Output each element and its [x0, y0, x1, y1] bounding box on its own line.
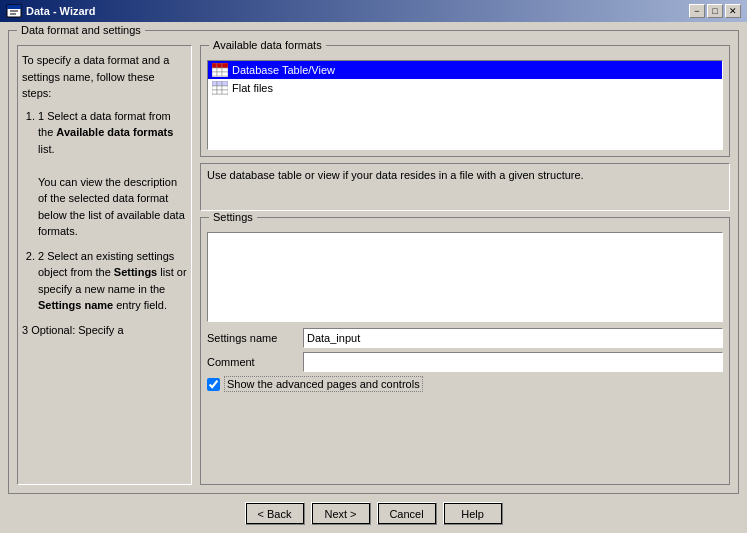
svg-rect-16: [217, 81, 222, 86]
settings-name-input[interactable]: [303, 328, 723, 348]
step2-bold1: Settings: [114, 266, 157, 278]
close-button[interactable]: ✕: [725, 4, 741, 18]
help-button[interactable]: Help: [443, 502, 503, 525]
step2: 2 Select an existing settings object fro…: [38, 248, 187, 314]
title-bar: Data - Wizard − □ ✕: [0, 0, 747, 22]
svg-rect-9: [217, 68, 222, 72]
settings-name-label: Settings name: [207, 332, 297, 344]
main-group-box: Data format and settings To specify a da…: [8, 30, 739, 494]
step2-suffix: entry field.: [113, 299, 167, 311]
window-controls: − □ ✕: [689, 4, 741, 18]
format-label-1: Flat files: [232, 82, 273, 94]
advanced-checkbox[interactable]: [207, 378, 220, 391]
intro-text: To specify a data format and a settings …: [22, 52, 187, 102]
settings-group-label: Settings: [209, 211, 257, 223]
settings-comment-row: Comment: [207, 352, 723, 372]
format-item-1[interactable]: Flat files: [208, 79, 722, 97]
step1-desc: You can view the description of the sele…: [38, 176, 185, 238]
cancel-button[interactable]: Cancel: [377, 502, 437, 525]
svg-rect-10: [222, 68, 228, 72]
step3-text: 3 Optional: Specify a: [22, 322, 187, 339]
step2-bold2: Settings name: [38, 299, 113, 311]
settings-comment-label: Comment: [207, 356, 297, 368]
main-group-label: Data format and settings: [17, 24, 145, 36]
window-body: Data format and settings To specify a da…: [0, 22, 747, 533]
settings-list-area[interactable]: [207, 232, 723, 322]
back-button[interactable]: < Back: [245, 502, 305, 525]
svg-rect-21: [212, 90, 217, 94]
main-content: To specify a data format and a settings …: [17, 45, 730, 485]
database-table-icon: [212, 63, 228, 77]
svg-rect-11: [212, 72, 217, 76]
formats-list[interactable]: Database Table/View: [207, 60, 723, 150]
svg-rect-6: [217, 63, 222, 68]
maximize-button[interactable]: □: [707, 4, 723, 18]
minimize-button[interactable]: −: [689, 4, 705, 18]
svg-rect-12: [217, 72, 222, 76]
svg-rect-17: [222, 81, 228, 86]
advanced-checkbox-row: Show the advanced pages and controls: [207, 376, 723, 392]
svg-rect-5: [212, 63, 217, 68]
svg-rect-19: [217, 86, 222, 90]
settings-comment-input[interactable]: [303, 352, 723, 372]
settings-group: Settings Settings name Comment: [200, 217, 730, 485]
window-icon: [6, 3, 22, 19]
svg-rect-18: [212, 86, 217, 90]
svg-rect-15: [212, 81, 217, 86]
steps-list: 1 Select a data format from the Availabl…: [22, 108, 187, 314]
formats-group-label: Available data formats: [209, 39, 326, 51]
formats-group: Available data formats: [200, 45, 730, 157]
instructions-text: To specify a data format and a settings …: [18, 46, 191, 484]
window-title: Data - Wizard: [26, 5, 96, 17]
svg-rect-8: [212, 68, 217, 72]
flat-files-icon: [212, 81, 228, 95]
right-panel: Available data formats: [200, 45, 730, 485]
step1: 1 Select a data format from the Availabl…: [38, 108, 187, 240]
settings-fields: Settings name Comment: [207, 328, 723, 372]
next-button[interactable]: Next >: [311, 502, 371, 525]
description-text: Use database table or view if your data …: [207, 169, 584, 181]
format-item-0[interactable]: Database Table/View: [208, 61, 722, 79]
instructions-panel: To specify a data format and a settings …: [17, 45, 192, 485]
svg-rect-13: [222, 72, 228, 76]
bottom-bar: < Back Next > Cancel Help: [8, 494, 739, 525]
settings-name-row: Settings name: [207, 328, 723, 348]
step1-suffix: list.: [38, 143, 55, 155]
svg-rect-22: [217, 90, 222, 94]
step1-bold: Available data formats: [56, 126, 173, 138]
advanced-checkbox-label: Show the advanced pages and controls: [224, 376, 423, 392]
svg-rect-7: [222, 63, 228, 68]
svg-rect-1: [7, 5, 21, 9]
format-label-0: Database Table/View: [232, 64, 335, 76]
svg-rect-23: [222, 90, 228, 94]
svg-rect-20: [222, 86, 228, 90]
description-box: Use database table or view if your data …: [200, 163, 730, 211]
